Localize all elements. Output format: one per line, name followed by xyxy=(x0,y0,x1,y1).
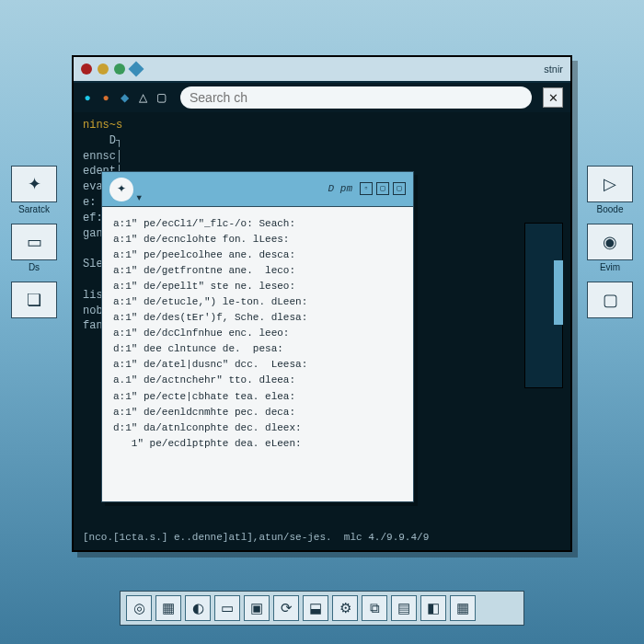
terminal-line: ennsc│ xyxy=(83,149,561,165)
desktop-icon[interactable]: ◉ Evim xyxy=(583,224,637,272)
window-title: stnir xyxy=(544,63,563,75)
play-icon: ▷ xyxy=(587,166,633,202)
close-button[interactable]: ✕ xyxy=(543,87,563,108)
desktop-icon-label: Boode xyxy=(597,204,624,214)
search-field[interactable] xyxy=(180,86,532,109)
terminal-prompt: nins~s xyxy=(83,118,561,133)
search-input[interactable] xyxy=(190,90,523,105)
tool-icon[interactable]: ● xyxy=(81,91,94,104)
toolbar: ● ● ◆ △ ▢ ✕ xyxy=(74,83,570,112)
popup-window: ✦ ▾ D pm ▫ ▢ ▢ a:1" pe/ecCl1/"_flc-/o: S… xyxy=(101,171,414,502)
terminal-window: stnir ● ● ◆ △ ▢ ✕ nins~s D┐ennsc│edent│e… xyxy=(72,55,572,552)
popup-controls: D pm ▫ ▢ ▢ xyxy=(328,182,406,196)
taskbar-item[interactable]: ◎ xyxy=(126,595,152,621)
desktop-icon-label: Saratck xyxy=(18,204,50,214)
popup-line: a:1" de/epellt" ste ne. leseo: xyxy=(113,279,402,294)
taskbar-item[interactable]: ▭ xyxy=(214,595,240,621)
popup-line: a:1" pe/peelcolhee ane. desca: xyxy=(113,247,402,263)
popup-line: a:1" de/eenldcnmhte pec. deca: xyxy=(113,405,402,420)
taskbar-item[interactable]: ▦ xyxy=(155,595,181,621)
taskbar-item[interactable]: ⧉ xyxy=(362,595,387,621)
taskbar-item[interactable]: ⚙ xyxy=(332,595,358,621)
desktop-icon[interactable]: ✦ Saratck xyxy=(7,166,61,214)
popup-line: d:1" da/atnlconphte dec. dleex: xyxy=(113,420,402,436)
taskbar: ◎▦◐▭▣⟳⬓⚙⧉▤◧▦ xyxy=(120,591,524,626)
desktop-icon[interactable]: ▭ Ds xyxy=(7,224,61,272)
diamond-icon xyxy=(129,62,144,77)
taskbar-item[interactable]: ⬓ xyxy=(303,595,328,621)
desktop-icons-left: ✦ Saratck ▭ Ds ❏ xyxy=(7,166,61,320)
desktop-icon[interactable]: ▢ xyxy=(583,282,637,320)
popup-close-icon[interactable]: ▢ xyxy=(393,182,406,195)
minimize-dot-icon[interactable] xyxy=(98,63,109,75)
popup-line: a:1" pe/ecte|cbhate tea. elea: xyxy=(113,389,402,405)
popup-line: 1" pe/ecdlptphte dea. eLeen: xyxy=(113,436,402,452)
pin-icon: ▾ xyxy=(135,190,152,206)
app-icon: ▢ xyxy=(587,282,633,318)
tool-icon[interactable]: ▢ xyxy=(155,91,167,104)
desktop-icon-label: Ds xyxy=(29,262,40,272)
taskbar-item[interactable]: ▦ xyxy=(450,595,476,621)
taskbar-item[interactable]: ◧ xyxy=(420,595,446,621)
side-panel-tab[interactable] xyxy=(554,260,563,325)
desktop-icon[interactable]: ▷ Boode xyxy=(583,166,637,214)
camera-icon: ◉ xyxy=(587,224,633,260)
maximize-dot-icon[interactable] xyxy=(114,63,125,75)
popup-body[interactable]: a:1" pe/ecCl1/"_flc-/o: Seach:a:1" de/ec… xyxy=(102,207,413,461)
tool-icon[interactable]: ● xyxy=(99,91,112,104)
tool-icon[interactable]: △ xyxy=(136,91,149,104)
logo-icon: ✦ xyxy=(109,178,133,201)
terminal-body[interactable]: nins~s D┐ennsc│edent│evarc│e: │ef: │gane… xyxy=(74,112,570,550)
popup-line: a:1" pe/ecCl1/"_flc-/o: Seach: xyxy=(113,216,402,232)
taskbar-item[interactable]: ◐ xyxy=(185,595,211,621)
popup-titlebar[interactable]: ✦ ▾ D pm ▫ ▢ ▢ xyxy=(102,172,413,207)
popup-line: d:1" dee clntunce de. pesa: xyxy=(113,341,402,357)
popup-line: a:1" de/ecnclohte fon. lLees: xyxy=(113,232,402,247)
popup-line: a:1" de/des(tEr')f, Sche. dlesa: xyxy=(113,310,402,326)
popup-controls-label: D pm xyxy=(328,182,352,196)
desktop-icon[interactable]: ❏ xyxy=(7,282,61,320)
popup-line: a:1" de/dcClnfnhue enc. leeo: xyxy=(113,326,402,341)
popup-line: a:1" de/atel|dusnc" dcc. Leesa: xyxy=(113,357,402,373)
terminal-line: D┐ xyxy=(83,133,561,149)
desktop-icons-right: ▷ Boode ◉ Evim ▢ xyxy=(583,166,637,320)
folder-icon: ▭ xyxy=(11,224,57,260)
desktop-icon-label: Evim xyxy=(600,262,620,272)
side-panel xyxy=(524,223,563,388)
popup-min-icon[interactable]: ▫ xyxy=(360,182,373,195)
tool-icon[interactable]: ◆ xyxy=(118,91,131,104)
taskbar-item[interactable]: ⟳ xyxy=(273,595,299,621)
star-icon: ✦ xyxy=(11,166,57,202)
popup-line: a:1" de/etucle,") le-ton. dLeen: xyxy=(113,294,402,310)
popup-max-icon[interactable]: ▢ xyxy=(376,182,389,195)
taskbar-item[interactable]: ▣ xyxy=(244,595,270,621)
popup-line: a:1" de/getfrontne ane. leco: xyxy=(113,263,402,279)
popup-line: a.1" de/actnchehr" tto. dleea: xyxy=(113,373,402,388)
taskbar-item[interactable]: ▤ xyxy=(391,595,417,621)
terminal-status: [nco.[1cta.s.] e..denne]atl],atun/se-jes… xyxy=(83,531,561,545)
close-dot-icon[interactable] xyxy=(81,63,92,75)
files-icon: ❏ xyxy=(11,282,57,318)
titlebar[interactable]: stnir xyxy=(74,57,570,83)
